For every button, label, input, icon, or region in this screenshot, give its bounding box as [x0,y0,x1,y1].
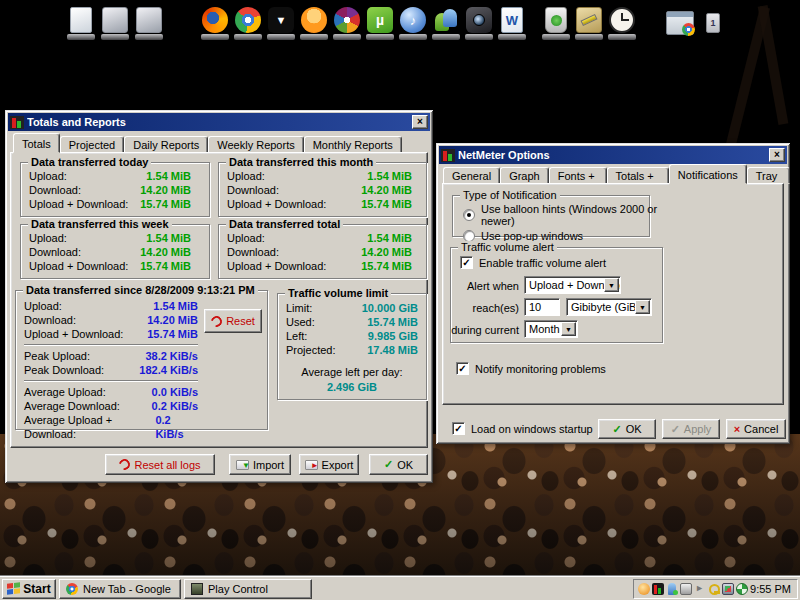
reset-icon [209,313,224,328]
dock-item-clock[interactable] [607,5,637,35]
tab-totals-reports[interactable]: Totals + Reports [607,167,669,184]
group-title: Data transferred this month [226,156,376,168]
chevron-down-icon[interactable]: ▼ [635,300,650,314]
network-keys-tray-icon[interactable] [708,583,720,595]
reset-button[interactable]: Reset [204,309,262,333]
load-on-startup-checkbox[interactable]: ✓ [452,422,465,435]
tab-totals[interactable]: Totals [13,133,60,153]
dock-item-webcam[interactable] [464,5,494,35]
export-button[interactable]: ► Export [299,454,359,475]
x-icon: × [734,423,740,435]
unit-combo[interactable]: Gibibyte (GiB) ▼ [566,298,652,316]
group-traffic-volume-limit: Traffic volume limit Limit:10.000 GiB Us… [277,293,427,400]
task-button-chrome[interactable]: New Tab - Google Chrome [59,579,181,599]
stat-row: Limit:10.000 GiB [278,301,426,315]
during-current-combo[interactable]: Month ▼ [524,320,578,338]
dock-item-folder[interactable] [100,5,130,35]
tab-general[interactable]: General [443,167,500,184]
checkbox-row: ✓ Enable traffic volume alert [460,256,606,269]
check-icon: ✓ [671,423,680,436]
notify-problems-checkbox[interactable]: ✓ [456,362,469,375]
task-button-play-control[interactable]: Play Control [184,579,312,599]
totals-window-titlebar[interactable]: Totals and Reports × [8,113,430,131]
alert-when-combo[interactable]: Upload + Download ▼ [524,276,621,294]
stat-row: Upload + Download:15.74 MiB [21,197,209,211]
radio-row: Use balloon hints (Windows 2000 or newer… [463,203,659,227]
during-current-label: during current [451,324,519,336]
enable-alert-checkbox[interactable]: ✓ [460,256,473,269]
folder-shortcut-icon [136,7,162,33]
printer-tray-icon[interactable] [680,583,692,595]
desktop-shortcut-form[interactable]: 1 [702,10,724,36]
check-icon: ✓ [612,423,621,436]
scheduler-tray-icon[interactable] [736,583,748,595]
tab-daily-reports[interactable]: Daily Reports [124,136,208,153]
dock-item-word[interactable]: W [497,5,527,35]
stat-row: Download:14.20 MiB [16,313,206,327]
volume-tray-icon[interactable] [694,583,706,595]
stage-truss [758,5,789,125]
import-icon: ▼ [236,460,249,470]
close-icon[interactable]: × [412,115,428,129]
dock-item-itunes[interactable]: ♪ [398,5,428,35]
tab-notifications[interactable]: Notifications [669,164,747,184]
group-title: Traffic volume limit [285,287,391,299]
taskbar: Start New Tab - Google Chrome Play Contr… [0,576,800,600]
dock-item-picasa[interactable] [332,5,362,35]
start-button[interactable]: Start [2,579,56,599]
tab-fonts-colors[interactable]: Fonts + Colors [549,167,607,184]
dock-item-folder2[interactable] [134,5,164,35]
stat-row: Download:14.20 MiB [21,183,209,197]
alert-when-label: Alert when [451,280,519,292]
dock-item-recycle-bin[interactable] [541,5,571,35]
check-icon: ✓ [384,458,393,471]
winamp-agent-tray-icon[interactable] [638,583,650,595]
messenger-status-tray-icon[interactable] [666,583,678,595]
dock-item-firefox[interactable] [200,5,230,35]
stat-row: Download:14.20 MiB [219,183,426,197]
reset-all-logs-button[interactable]: Reset all logs [105,454,215,475]
folder-documents-icon [102,7,128,33]
dock-item-winamp[interactable] [299,5,329,35]
ok-button[interactable]: ✓ OK [598,419,656,439]
chevron-down-icon[interactable]: ▼ [561,322,576,336]
apply-button[interactable]: ✓ Apply [662,419,720,439]
import-button[interactable]: ▼ Import [229,454,291,475]
dock-item-toolbox[interactable] [574,5,604,35]
group-data-since: Data transferred since 8/28/2009 9:13:21… [15,290,268,430]
desktop-shortcut-chrome-app[interactable] [663,8,697,38]
messenger-icon [433,7,459,33]
netmeter-app-icon [10,116,24,129]
group-title: Data transferred today [28,156,151,168]
dock-item-foobar[interactable]: ▼ [266,5,296,35]
stat-row: Peak Upload:38.2 KiB/s [16,349,206,363]
tab-projected[interactable]: Projected [60,136,124,153]
netmeter-tray-icon[interactable] [652,583,664,595]
reaches-input[interactable] [524,298,560,316]
play-control-icon [191,583,203,595]
divider [24,344,198,346]
chevron-down-icon[interactable]: ▼ [604,278,619,292]
tab-weekly-reports[interactable]: Weekly Reports [208,136,303,153]
dock-item-utorrent[interactable]: µ [365,5,395,35]
checkbox-row: ✓ Notify monitoring problems [456,362,606,375]
options-tabstrip: General Graph Fonts + Colors Totals + Re… [443,164,790,184]
dock-item-document[interactable] [66,5,96,35]
totals-window-title: Totals and Reports [27,116,409,128]
group-title: Data transferred since 8/28/2009 9:13:21… [23,284,258,296]
tab-monthly-reports[interactable]: Monthly Reports [304,136,402,153]
cancel-button[interactable]: × Cancel [726,419,786,439]
display-settings-tray-icon[interactable] [722,583,734,595]
ok-button[interactable]: ✓ OK [369,454,428,475]
tab-graph[interactable]: Graph [500,167,549,184]
stat-row: Projected:17.48 MiB [278,343,426,357]
tab-tray-icon[interactable]: Tray Icon [747,167,790,184]
dock-item-messenger[interactable] [431,5,461,35]
dock-item-chrome[interactable] [233,5,263,35]
options-window-title: NetMeter Options [458,149,766,161]
options-window-titlebar[interactable]: NetMeter Options × [439,146,787,164]
group-title: Data transferred this week [28,218,172,230]
clock-time[interactable]: 9:55 PM [750,583,791,595]
radio-balloon-hints[interactable] [463,209,475,221]
close-icon[interactable]: × [769,148,785,162]
